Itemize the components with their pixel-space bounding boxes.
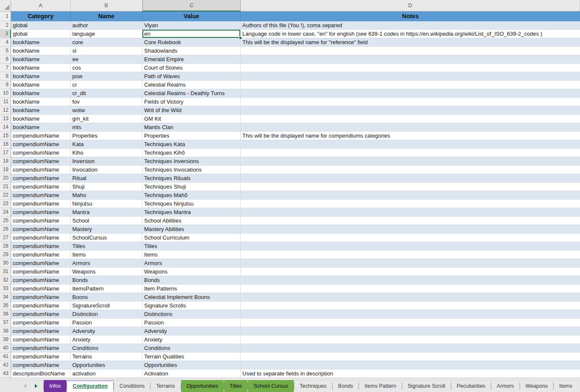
cell-A39[interactable]: compendiumName: [11, 336, 71, 344]
row-header-43[interactable]: 43: [0, 369, 11, 378]
cell-A42[interactable]: compendiumName: [11, 361, 71, 369]
cell-B42[interactable]: Opportunities: [71, 361, 142, 369]
cell-C5[interactable]: Shadowlands: [142, 47, 241, 55]
cell-C12[interactable]: Writ of the Wild: [142, 106, 241, 115]
cell-B34[interactable]: Boons: [71, 293, 142, 302]
row-header-25[interactable]: 25: [0, 217, 11, 225]
cell-A40[interactable]: compendiumName: [11, 344, 71, 353]
cell-D14[interactable]: [241, 123, 580, 132]
row-header-18[interactable]: 18: [0, 157, 11, 166]
cell-D38[interactable]: [241, 327, 580, 336]
cell-C20[interactable]: Techniques Rituals: [142, 174, 241, 183]
cell-A33[interactable]: compendiumName: [11, 285, 71, 293]
cell-C43[interactable]: Activation: [142, 369, 241, 378]
cell-D31[interactable]: [241, 268, 580, 276]
cell-B11[interactable]: fov: [71, 98, 142, 106]
cell-B3[interactable]: language: [71, 30, 142, 38]
cell-B14[interactable]: mts: [71, 123, 142, 132]
row-header-11[interactable]: 11: [0, 98, 11, 106]
cell-B13[interactable]: gm_kit: [71, 115, 142, 123]
cell-D22[interactable]: [241, 191, 580, 200]
row-header-7[interactable]: 7: [0, 64, 11, 72]
cell-D13[interactable]: [241, 115, 580, 123]
tab-scroll-left-icon[interactable]: [24, 384, 26, 388]
cell-A28[interactable]: compendiumName: [11, 242, 71, 251]
cell-A10[interactable]: bookName: [11, 89, 71, 98]
row-header-26[interactable]: 26: [0, 225, 11, 234]
cell-B12[interactable]: wotw: [71, 106, 142, 115]
cell-B31[interactable]: Weapons: [71, 268, 142, 276]
row-header-16[interactable]: 16: [0, 140, 11, 149]
row-header-41[interactable]: 41: [0, 353, 11, 361]
cell-B5[interactable]: sl: [71, 47, 142, 55]
row-header-19[interactable]: 19: [0, 166, 11, 174]
cell-B24[interactable]: Mantra: [71, 208, 142, 217]
row-header-4[interactable]: 4: [0, 38, 11, 47]
row-header-33[interactable]: 33: [0, 285, 11, 293]
cell-A25[interactable]: compendiumName: [11, 217, 71, 225]
cell-C15[interactable]: Properties: [142, 132, 241, 140]
row-header-5[interactable]: 5: [0, 47, 11, 55]
cell-A20[interactable]: compendiumName: [11, 174, 71, 183]
cell-A6[interactable]: bookName: [11, 55, 71, 64]
cell-D17[interactable]: [241, 149, 580, 157]
cell-D15[interactable]: This will be the displayed name for comp…: [241, 132, 580, 140]
cell-D12[interactable]: [241, 106, 580, 115]
cell-C35[interactable]: Signature Scrolls: [142, 302, 241, 310]
cell-B4[interactable]: core: [71, 38, 142, 47]
cell-C17[interactable]: Techniques Kihõ: [142, 149, 241, 157]
row-header-32[interactable]: 32: [0, 276, 11, 285]
row-header-21[interactable]: 21: [0, 183, 11, 191]
row-header-30[interactable]: 30: [0, 259, 11, 268]
cell-C4[interactable]: Core Rulebook: [142, 38, 241, 47]
cell-B26[interactable]: Mastery: [71, 225, 142, 234]
sheet-tab-terrains[interactable]: Terrains: [151, 380, 180, 392]
cell-C2[interactable]: Vlyan: [142, 21, 241, 30]
cell-C10[interactable]: Celestial Realms - Deathly Turns: [142, 89, 241, 98]
sheet-tab-configuration[interactable]: Configuration: [67, 380, 114, 392]
cell-B20[interactable]: Ritual: [71, 174, 142, 183]
cell-B9[interactable]: cr: [71, 81, 142, 89]
cell-C36[interactable]: Distinctions: [142, 310, 241, 319]
cell-A24[interactable]: compendiumName: [11, 208, 71, 217]
row-header-40[interactable]: 40: [0, 344, 11, 353]
cell-A32[interactable]: compendiumName: [11, 276, 71, 285]
row-header-42[interactable]: 42: [0, 361, 11, 369]
cell-D24[interactable]: [241, 208, 580, 217]
row-header-38[interactable]: 38: [0, 327, 11, 336]
cell-C6[interactable]: Emerald Empire: [142, 55, 241, 64]
cell-A22[interactable]: compendiumName: [11, 191, 71, 200]
row-header-3[interactable]: 3: [0, 30, 11, 38]
cell-C37[interactable]: Passion: [142, 319, 241, 327]
cell-D3[interactable]: Language code in lower case, "en" for en…: [241, 30, 580, 38]
sheet-tab-items-pattern[interactable]: Items Pattern: [359, 380, 401, 392]
sheet-tab-signature-scroll[interactable]: Signature Scroll: [402, 380, 451, 392]
cell-B38[interactable]: Adversity: [71, 327, 142, 336]
cell-D8[interactable]: [241, 72, 580, 81]
cell-B29[interactable]: Items: [71, 251, 142, 259]
cell-C3[interactable]: en: [142, 30, 241, 38]
cell-A12[interactable]: bookName: [11, 106, 71, 115]
cell-A2[interactable]: global: [11, 21, 71, 30]
cell-C39[interactable]: Anxiety: [142, 336, 241, 344]
row-header-28[interactable]: 28: [0, 242, 11, 251]
cell-A37[interactable]: compendiumName: [11, 319, 71, 327]
cell-A19[interactable]: compendiumName: [11, 166, 71, 174]
cell-C32[interactable]: Bonds: [142, 276, 241, 285]
cell-D16[interactable]: [241, 140, 580, 149]
sheet-tab-bonds[interactable]: Bonds: [333, 380, 358, 392]
cell-A3[interactable]: global: [11, 30, 71, 38]
cell-C42[interactable]: Opportunities: [142, 361, 241, 369]
cell-D2[interactable]: Authors of this file (You !), coma separ…: [241, 21, 580, 30]
cell-D21[interactable]: [241, 183, 580, 191]
cell-A18[interactable]: compendiumName: [11, 157, 71, 166]
cell-C40[interactable]: Conditions: [142, 344, 241, 353]
cell-B32[interactable]: Bonds: [71, 276, 142, 285]
cell-D7[interactable]: [241, 64, 580, 72]
cell-B40[interactable]: Conditions: [71, 344, 142, 353]
cell-D30[interactable]: [241, 259, 580, 268]
cell-A14[interactable]: bookName: [11, 123, 71, 132]
cell-D36[interactable]: [241, 310, 580, 319]
cell-B2[interactable]: author: [71, 21, 142, 30]
cell-D41[interactable]: [241, 353, 580, 361]
